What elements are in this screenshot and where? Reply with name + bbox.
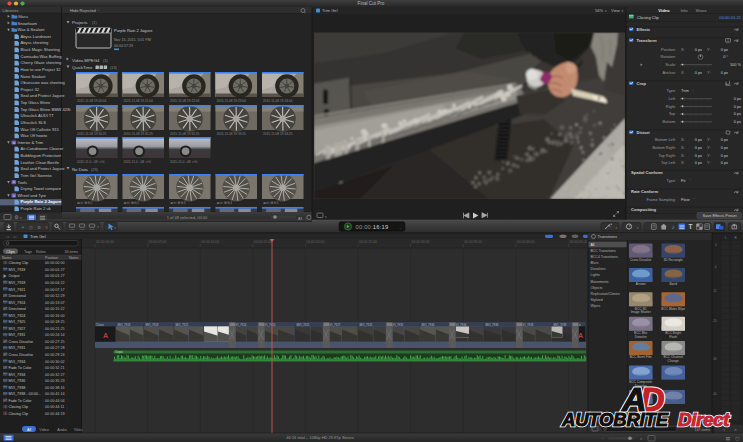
svg-text:Wax Off howto: Wax Off howto [21,133,48,138]
svg-text:Direct: Direct [678,409,730,430]
svg-text:2015-11-08 19:30:25: 2015-11-08 19:30:25 [77,132,107,136]
svg-text:⌃: ⌃ [693,197,696,201]
svg-text:Flash: Flash [669,335,677,339]
svg-text:Seal and Protect Jagure: Seal and Protect Jagure [21,93,66,98]
svg-text:Ultraslick SLS: Ultraslick SLS [21,120,47,125]
svg-text:-6: -6 [714,265,717,269]
svg-text:T: T [689,223,693,230]
svg-text:2015-11-0...08 자막: 2015-11-0...08 자막 [170,160,199,164]
svg-text:3D Rectangle: 3D Rectangle [664,258,684,262]
svg-text:Final Cut Pro: Final Cut Pro [358,1,385,6]
svg-text:Closing Clip: Closing Clip [637,15,660,20]
svg-text:00:00:20:00: 00:00:20:00 [306,240,324,244]
svg-text:Trim Gel Sorento: Trim Gel Sorento [21,173,53,178]
svg-text:Floor: Floor [681,197,691,202]
svg-text:View: View [611,8,620,13]
svg-text:Closin: Closin [96,323,104,327]
svg-text:⌕: ⌕ [640,436,643,441]
svg-text:MVI_7931: MVI_7931 [360,323,373,327]
svg-text:Air-Conditioner Cleaner: Air-Conditioner Cleaner [21,146,64,151]
svg-text:MVI_7931: MVI_7931 [9,346,26,350]
svg-text:0 px: 0 px [721,153,728,158]
svg-text:2015-11-0...08 자막: 2015-11-0...08 자막 [124,160,153,164]
svg-text:⌄: ⌄ [399,226,402,230]
svg-text:★: ★ [12,180,15,184]
svg-text:X:: X: [681,153,685,158]
svg-text:BCC4 Transitions: BCC4 Transitions [591,255,618,259]
svg-text:Titles: Titles [74,428,83,432]
svg-text:2015-11-0...08 자막: 2015-11-0...08 자막 [77,160,106,164]
svg-text:00:00:44:19: 00:00:44:19 [45,412,64,416]
svg-text:2015-11-08 19:22:04: 2015-11-08 19:22:04 [170,99,200,103]
svg-text:Share: Share [695,8,707,13]
svg-text:Stylized: Stylized [591,298,603,302]
svg-text:-20: -20 [712,319,716,323]
svg-text:-40: -40 [712,392,716,396]
svg-text:00:00:15:22: 00:00:15:22 [45,307,64,311]
svg-text:Dissolve: Dissolve [635,335,647,339]
svg-text:MVI_7934: MVI_7934 [9,373,26,377]
svg-text:MVI_7925: MVI_7925 [9,320,26,324]
svg-text:✦: ✦ [21,225,25,230]
svg-text:00:00:30:02: 00:00:30:02 [45,360,64,364]
svg-text:00:00:32:27: 00:00:32:27 [45,373,64,377]
svg-text:X:: X: [681,70,685,75]
svg-text:Drying Towel compare: Drying Towel compare [21,186,62,191]
svg-text:0:05: 0:05 [80,228,85,231]
svg-text:Lights: Lights [591,273,601,277]
svg-text:Top Gloss Shine BMW 428i: Top Gloss Shine BMW 428i [21,107,71,112]
svg-text:Top Left:: Top Left: [661,160,676,165]
svg-text:Y:: Y: [707,160,710,165]
svg-text:Interior & Trim: Interior & Trim [18,140,44,145]
svg-text:00:00:13:07: 00:00:13:07 [45,301,64,305]
svg-text:Tags: Tags [24,250,32,254]
svg-text:Movements: Movements [591,280,609,284]
svg-text:00:00:04:22: 00:00:04:22 [45,281,64,285]
svg-text:Distort: Distort [637,130,651,135]
svg-text:Objects: Objects [591,286,603,290]
svg-text:Fade To Color: Fade To Color [9,399,33,403]
svg-text:MVI_7938: MVI_7938 [554,323,567,327]
svg-text:Wheel and Tyre: Wheel and Tyre [18,193,47,198]
svg-text:Abyss sheeting: Abyss sheeting [21,40,49,45]
svg-text:46:16 total – 1080p HD 29.97p: 46:16 total – 1080p HD 29.97p Stereo [286,435,354,440]
svg-text:00:00:57:29: 00:00:57:29 [114,44,133,48]
svg-text:Seal and Protect Jagure: Seal and Protect Jagure [21,166,66,171]
svg-text:00:00:32:21: 00:00:32:21 [45,366,64,370]
svg-text:0 px: 0 px [721,145,728,150]
svg-text:Cross Dissolve: Cross Dissolve [630,258,651,262]
svg-text:00:00:45:00: 00:00:45:00 [569,240,587,244]
svg-text:Cherry Glaze sheeting: Cherry Glaze sheeting [21,60,62,65]
svg-text:Abyss Landrover: Abyss Landrover [21,34,52,39]
svg-text:MVI_7918: MVI_7918 [118,323,131,327]
svg-text:Band: Band [669,282,677,286]
svg-text:Scale:: Scale: [665,62,676,67]
svg-text:BCC Transitions: BCC Transitions [591,249,617,253]
svg-text:0 px: 0 px [695,145,702,150]
svg-text:Notes: Notes [69,256,79,260]
svg-text:Clips: Clips [6,250,15,254]
svg-text:Fade To Color: Fade To Color [9,366,33,370]
svg-text:Frame Sampling:: Frame Sampling: [646,197,676,202]
svg-text:Bottom:: Bottom: [663,119,676,124]
svg-text:Leather Clean Beetle: Leather Clean Beetle [21,160,60,165]
svg-text:♪: ♪ [672,223,675,230]
svg-text:▢: ▢ [735,436,739,441]
svg-text:00:00:30:00: 00:00:30:00 [412,240,430,244]
svg-text:Output: Output [115,350,123,354]
svg-text:Black Magic Sheeting: Black Magic Sheeting [21,47,61,52]
svg-text:Tools: Tools [18,180,28,185]
svg-text:Video: Video [39,428,48,432]
svg-text:Rotation:: Rotation: [660,54,676,59]
svg-text:(29): (29) [91,168,98,172]
svg-text:✕: ✕ [734,428,737,432]
svg-text:(1): (1) [92,21,97,25]
svg-text:-30: -30 [712,357,716,361]
svg-text:0 px: 0 px [695,153,702,158]
svg-text:MVI_7918: MVI_7918 [9,281,26,285]
svg-text:2015-11-08 19:23:04: 2015-11-08 19:23:04 [217,99,247,103]
svg-text:QuickTime: QuickTime [72,65,93,70]
svg-text:00:00:40:00: 00:00:40:00 [517,240,535,244]
svg-text:0 px: 0 px [721,137,728,142]
svg-text:Wax Off Collinite 915: Wax Off Collinite 915 [21,127,60,132]
